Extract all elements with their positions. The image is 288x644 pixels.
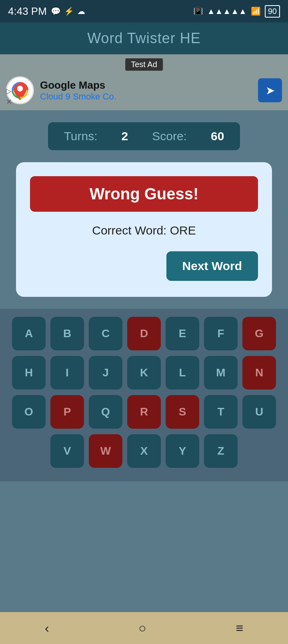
wrong-guess-banner: Wrong Guess! [30, 176, 258, 212]
menu-button[interactable]: ≡ [236, 621, 243, 636]
score-label: Score: [152, 129, 187, 143]
key-e[interactable]: E [166, 317, 199, 350]
key-u[interactable]: U [242, 395, 276, 429]
ad-controls: ▷ ✕ [6, 87, 12, 106]
key-m[interactable]: M [204, 356, 238, 390]
status-bar-right: 📳 ▲▲▲▲▲ 📶 90 [193, 5, 280, 18]
score-bar: Turns: 2 Score: 60 [48, 122, 240, 150]
key-h[interactable]: H [12, 356, 46, 390]
key-g[interactable]: G [242, 317, 276, 350]
home-button[interactable]: ○ [138, 621, 146, 636]
ad-label: Test Ad [125, 58, 163, 71]
battery-icon: 90 [265, 5, 280, 18]
key-b[interactable]: B [50, 317, 84, 350]
ad-arrow-icon[interactable]: ➤ [258, 78, 282, 102]
key-n[interactable]: N [242, 356, 276, 390]
google-maps-logo [10, 80, 30, 100]
svg-point-1 [17, 86, 23, 92]
key-k[interactable]: K [127, 356, 161, 390]
key-c[interactable]: C [89, 317, 122, 350]
key-x[interactable]: X [127, 434, 161, 468]
status-bar-left: 4:43 PM 💬 ⚡ ☁ [8, 5, 85, 18]
ad-sub: Cloud 9 Smoke Co. [40, 91, 252, 102]
keyboard-row-0: ABCDEFG [6, 317, 282, 350]
ad-text-block: Google Maps Cloud 9 Smoke Co. [40, 79, 252, 102]
cloud-icon: ☁ [77, 6, 85, 16]
wrong-guess-text: Wrong Guess! [90, 185, 199, 203]
keyboard-row-3: VWXYZ [6, 434, 282, 468]
ad-banner: Test Ad Google Maps Cloud 9 Smoke Co. ➤ … [0, 54, 288, 110]
back-button[interactable]: ‹ [45, 621, 49, 636]
key-y[interactable]: Y [166, 434, 199, 468]
key-z[interactable]: Z [204, 434, 238, 468]
nav-bar: ‹ ○ ≡ [0, 612, 288, 644]
key-o[interactable]: O [12, 395, 46, 429]
ad-content: Google Maps Cloud 9 Smoke Co. ➤ [6, 76, 282, 104]
status-time: 4:43 PM [8, 5, 47, 18]
ad-name: Google Maps [40, 79, 252, 91]
app-title: Word Twister HE [87, 30, 201, 47]
wifi-icon: 📶 [251, 6, 261, 16]
signal-icon: ▲▲▲▲▲ [207, 7, 247, 16]
key-f[interactable]: F [204, 317, 238, 350]
whatsapp-icon: 💬 [51, 6, 61, 16]
next-word-button[interactable]: Next Word [166, 251, 258, 281]
key-v[interactable]: V [50, 434, 84, 468]
vibrate-icon: 📳 [193, 6, 203, 16]
ad-close-icon: ✕ [6, 97, 12, 106]
turns-value: 2 [122, 129, 128, 143]
status-icons: 💬 ⚡ ☁ [51, 6, 85, 16]
key-r[interactable]: R [127, 395, 161, 429]
title-bar: Word Twister HE [0, 22, 288, 54]
turns-label: Turns: [64, 129, 98, 143]
key-l[interactable]: L [166, 356, 199, 390]
keyboard-row-1: HIJKLMN [6, 356, 282, 390]
status-bar: 4:43 PM 💬 ⚡ ☁ 📳 ▲▲▲▲▲ 📶 90 [0, 0, 288, 22]
key-w[interactable]: W [89, 434, 122, 468]
ad-play-icon: ▷ [6, 87, 12, 95]
key-p[interactable]: P [50, 395, 84, 429]
key-i[interactable]: I [50, 356, 84, 390]
key-q[interactable]: Q [89, 395, 122, 429]
key-s[interactable]: S [166, 395, 199, 429]
result-dialog: Wrong Guess! Correct Word: ORE Next Word [16, 162, 272, 297]
keyboard: ABCDEFGHIJKLMNOPQRSTUVWXYZ [0, 309, 288, 481]
key-a[interactable]: A [12, 317, 46, 350]
score-value: 60 [211, 129, 224, 143]
key-d[interactable]: D [127, 317, 161, 350]
key-j[interactable]: J [89, 356, 122, 390]
usb-icon: ⚡ [64, 6, 74, 16]
keyboard-row-2: OPQRSTU [6, 395, 282, 429]
key-t[interactable]: T [204, 395, 238, 429]
correct-word-text: Correct Word: ORE [30, 224, 258, 237]
